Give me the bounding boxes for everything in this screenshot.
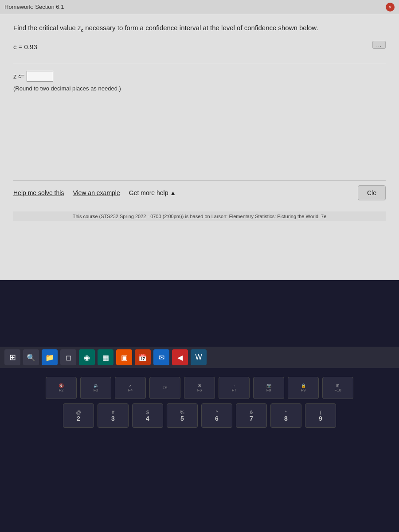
key-5[interactable]: % 5 — [167, 403, 198, 428]
key-f3[interactable]: 🔉 F3 — [80, 377, 111, 399]
course-info: This course (STS232 Spring 2022 - 0700 (… — [13, 211, 386, 221]
answer-input[interactable] — [27, 71, 53, 82]
key-f9[interactable]: 🔒 F9 — [288, 377, 319, 399]
key-2[interactable]: @ 2 — [63, 403, 94, 428]
key-f4[interactable]: × F4 — [115, 377, 146, 399]
browser-taskbar-icon[interactable]: ◻ — [60, 349, 76, 365]
key-f2[interactable]: 🔇 F2 — [46, 377, 77, 399]
key-9[interactable]: ( 9 — [305, 403, 336, 428]
key-3[interactable]: # 3 — [98, 403, 129, 428]
key-f7[interactable]: → F7 — [219, 377, 250, 399]
keyboard-area: 🔇 F2 🔉 F3 × F4 F5 ✉ F6 → F7 📷 F8 🔒 — [0, 368, 399, 532]
key-8[interactable]: * 8 — [270, 403, 301, 428]
key-f5[interactable]: F5 — [149, 377, 180, 399]
get-more-help-button[interactable]: Get more help ▲ — [129, 189, 176, 196]
question-text-part1: Find the critical value z — [13, 24, 81, 31]
title-bar: Homework: Section 6.1 × — [0, 0, 399, 14]
number-key-row: @ 2 # 3 $ 4 % 5 ^ 6 & 7 * 8 ( 9 — [7, 403, 392, 428]
view-example-button[interactable]: View an example — [73, 186, 129, 200]
word-taskbar-icon[interactable]: W — [191, 349, 207, 365]
fn-key-row: 🔇 F2 🔉 F3 × F4 F5 ✉ F6 → F7 📷 F8 🔒 — [7, 377, 392, 399]
main-window: Homework: Section 6.1 × ... Find the cri… — [0, 0, 399, 280]
question-text: Find the critical value zc necessary to … — [13, 23, 386, 34]
title-bar-text: Homework: Section 6.1 — [4, 4, 64, 10]
answer-section: z c = — [13, 71, 386, 82]
help-me-solve-button[interactable]: Help me solve this — [13, 186, 73, 200]
content-area: ... Find the critical value zc necessary… — [0, 14, 399, 280]
equals-sign: = — [21, 72, 25, 80]
taskbar: ⊞ 🔍 📁 ◻ ◉ ▦ ▣ 📅 ✉ ◀ W — [0, 347, 399, 368]
windows-start-icon[interactable]: ⊞ — [4, 349, 20, 365]
key-f10[interactable]: ⊞ F10 — [322, 377, 353, 399]
key-4[interactable]: $ 4 — [132, 403, 163, 428]
calendar-taskbar-icon[interactable]: 📅 — [135, 349, 151, 365]
key-7[interactable]: & 7 — [236, 403, 267, 428]
app1-taskbar-icon[interactable]: ◉ — [79, 349, 95, 365]
search-taskbar-icon[interactable]: 🔍 — [23, 349, 39, 365]
close-button[interactable]: × — [386, 3, 395, 12]
mail-taskbar-icon[interactable]: ✉ — [153, 349, 169, 365]
clear-button[interactable]: Cle — [358, 185, 386, 200]
key-6[interactable]: ^ 6 — [201, 403, 232, 428]
separator-line — [13, 64, 386, 64]
key-f8[interactable]: 📷 F8 — [253, 377, 284, 399]
action-buttons-bar: Help me solve this View an example Get m… — [13, 180, 386, 205]
round-note: (Round to two decimal places as needed.) — [13, 85, 386, 92]
z-label: z — [13, 72, 17, 80]
app4-taskbar-icon[interactable]: ◀ — [172, 349, 188, 365]
confidence-value: c = 0.93 — [13, 43, 386, 51]
file-explorer-icon[interactable]: 📁 — [42, 349, 58, 365]
app2-taskbar-icon[interactable]: ▦ — [98, 349, 113, 365]
key-f6[interactable]: ✉ F6 — [184, 377, 215, 399]
app3-taskbar-icon[interactable]: ▣ — [116, 349, 132, 365]
question-text-part2: necessary to form a confidence interval … — [83, 24, 318, 31]
more-options-button[interactable]: ... — [372, 41, 386, 49]
